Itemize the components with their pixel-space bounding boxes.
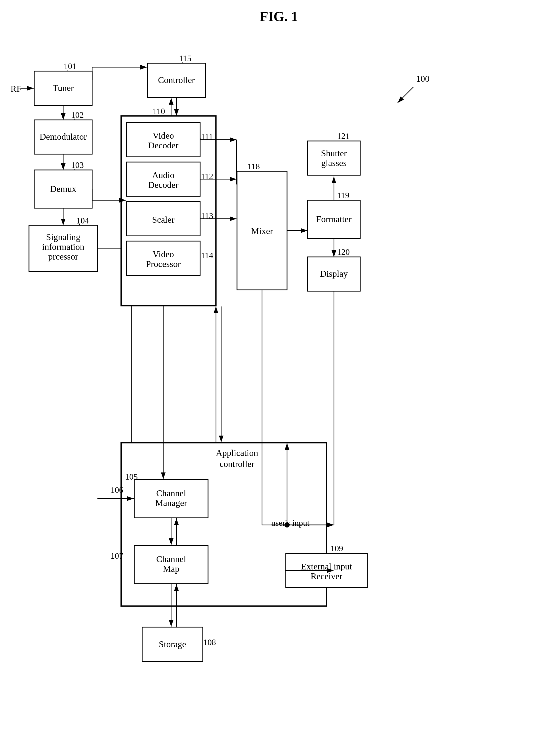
ref-110: 110: [153, 106, 165, 116]
ref-100: 100: [416, 74, 430, 83]
sig-label1: Signaling: [46, 232, 80, 242]
ref-118: 118: [248, 162, 260, 171]
channel-map-label2: Map: [163, 564, 179, 574]
controller-label: Controller: [158, 75, 195, 85]
ref-101: 101: [64, 62, 76, 71]
ref-109: 109: [330, 544, 343, 553]
ref-119: 119: [337, 191, 350, 200]
channel-map-label1: Channel: [156, 554, 186, 564]
sig-label3: prcessor: [48, 252, 78, 261]
adec-label2: Decoder: [148, 180, 179, 190]
shutter-label2: glasses: [321, 158, 347, 168]
demux-label: Demux: [50, 184, 76, 194]
ref-114: 114: [201, 251, 213, 260]
ref-104: 104: [76, 216, 89, 225]
vproc-label2: Processor: [146, 259, 181, 269]
ext-input-label1: External input: [301, 562, 352, 571]
ref-108: 108: [203, 637, 216, 647]
ref-103: 103: [71, 160, 84, 170]
ref-115: 115: [179, 53, 192, 63]
ref-107: 107: [110, 551, 123, 560]
channel-manager-label1: Channel: [156, 488, 186, 498]
ref-112: 112: [201, 172, 213, 181]
vdec-label2: Decoder: [148, 141, 179, 150]
app-ctrl-label1: Application: [216, 448, 258, 458]
scaler-label: Scaler: [152, 215, 175, 224]
ref-106: 106: [110, 485, 123, 495]
mixer-label: Mixer: [251, 226, 273, 236]
formatter-label: Formatter: [316, 214, 352, 224]
tuner-label: Tuner: [53, 83, 74, 93]
users-input-label: user's input: [271, 518, 309, 528]
demodulator-label: Demodulator: [40, 132, 87, 142]
storage-label: Storage: [159, 639, 186, 649]
app-ctrl-label2: controller: [220, 459, 255, 469]
ext-input-label2: Receiver: [311, 571, 343, 581]
ref-100-arrow: [398, 87, 413, 103]
ref-102: 102: [71, 110, 84, 120]
vproc-label1: Video: [152, 249, 174, 259]
ref-111: 111: [201, 132, 213, 142]
sig-label2: information: [42, 242, 84, 252]
channel-manager-label2: Manager: [155, 498, 187, 508]
adec-label1: Audio: [152, 170, 175, 180]
vdec-label1: Video: [152, 131, 174, 141]
ref-120: 120: [337, 247, 350, 257]
rf-label: RF: [10, 84, 22, 94]
shutter-label1: Shutter: [321, 148, 347, 158]
ref-121: 121: [337, 131, 350, 141]
page-title: FIG. 1: [260, 9, 298, 24]
display-label: Display: [320, 269, 348, 278]
ref-113: 113: [201, 211, 213, 221]
